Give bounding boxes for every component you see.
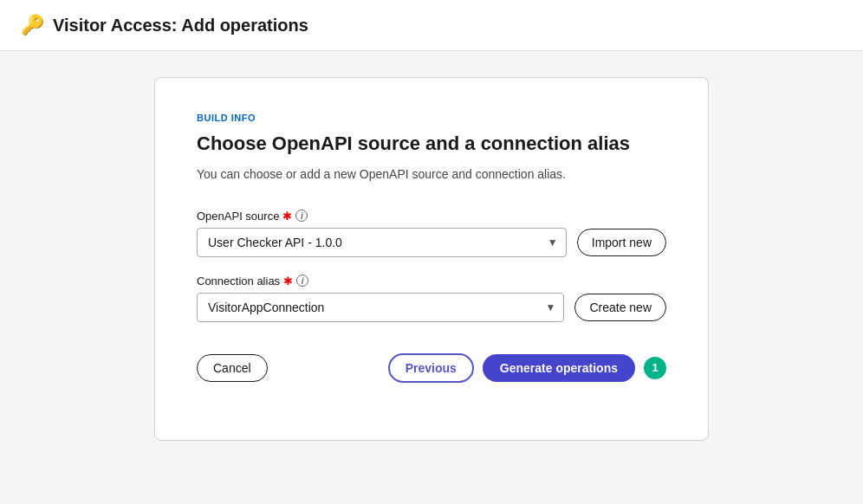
generate-operations-button[interactable]: Generate operations xyxy=(483,354,635,382)
page-content: BUILD INFO Choose OpenAPI source and a c… xyxy=(0,51,863,467)
connection-alias-select[interactable]: VisitorAppConnection xyxy=(197,293,564,322)
import-new-button[interactable]: Import new xyxy=(577,229,666,256)
card-title: Choose OpenAPI source and a connection a… xyxy=(197,132,666,157)
connection-select-wrapper: VisitorAppConnection ▼ xyxy=(197,293,564,322)
connection-required-star: ✱ xyxy=(283,275,293,288)
connection-alias-label: Connection alias ✱ i xyxy=(197,275,666,288)
openapi-field-row: User Checker API - 1.0.0 ▼ Import new xyxy=(197,228,666,257)
connection-alias-group: Connection alias ✱ i VisitorAppConnectio… xyxy=(197,275,666,322)
openapi-info-icon[interactable]: i xyxy=(295,210,308,222)
create-new-button[interactable]: Create new xyxy=(574,294,666,321)
page-header: 🔑 Visitor Access: Add operations xyxy=(0,0,863,51)
step-badge: 1 xyxy=(644,357,666,379)
cancel-button[interactable]: Cancel xyxy=(197,354,268,382)
connection-info-icon[interactable]: i xyxy=(296,275,308,287)
previous-button[interactable]: Previous xyxy=(388,353,474,383)
card-footer: Cancel Previous Generate operations 1 xyxy=(197,353,666,383)
openapi-source-select[interactable]: User Checker API - 1.0.0 xyxy=(197,228,567,257)
key-icon: 🔑 xyxy=(21,14,44,36)
openapi-select-wrapper: User Checker API - 1.0.0 ▼ xyxy=(197,228,567,257)
card-description: You can choose or add a new OpenAPI sour… xyxy=(197,165,666,184)
openapi-source-group: OpenAPI source ✱ i User Checker API - 1.… xyxy=(197,210,666,257)
openapi-required-star: ✱ xyxy=(282,210,292,223)
connection-field-row: VisitorAppConnection ▼ Create new xyxy=(197,293,666,322)
build-info-label: BUILD INFO xyxy=(197,113,666,123)
footer-right-actions: Previous Generate operations 1 xyxy=(388,353,666,383)
page-title: Visitor Access: Add operations xyxy=(53,16,308,36)
main-card: BUILD INFO Choose OpenAPI source and a c… xyxy=(154,77,709,441)
openapi-source-label: OpenAPI source ✱ i xyxy=(197,210,666,223)
